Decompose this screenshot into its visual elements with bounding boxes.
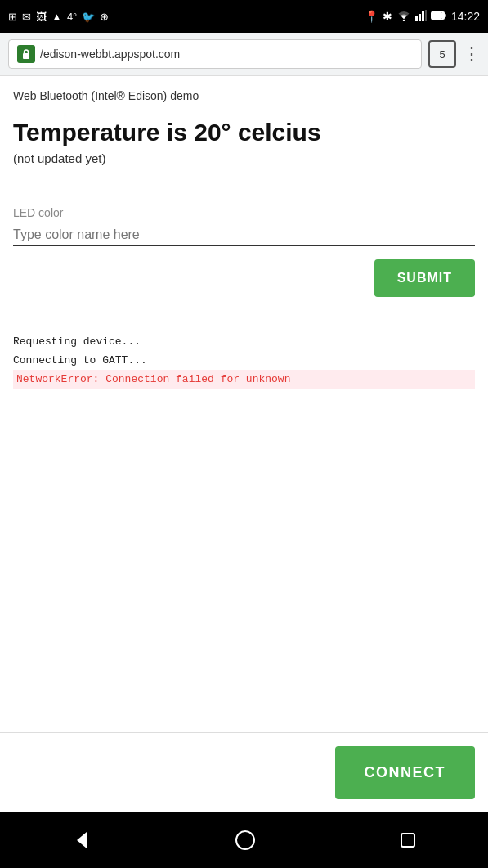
icon-mail: ✉ — [22, 11, 31, 23]
log-area: Requesting device... Connecting to GATT.… — [13, 322, 475, 398]
url-text: /edison-webbt.appspot.com — [40, 47, 180, 61]
svg-rect-12 — [401, 834, 414, 847]
time-display: 14:22 — [451, 10, 480, 23]
url-box[interactable]: /edison-webbt.appspot.com — [8, 39, 422, 69]
svg-rect-7 — [432, 12, 442, 19]
bottom-section: CONNECT — [0, 732, 488, 812]
icon-battery — [431, 10, 447, 23]
tab-count[interactable]: 5 — [428, 40, 456, 68]
lock-icon — [17, 45, 35, 63]
page-subtitle: Web Bluetooth (Intel® Edison) demo — [13, 89, 475, 102]
icon-signal — [415, 10, 427, 24]
address-bar: /edison-webbt.appspot.com 5 ⋮ — [0, 33, 488, 76]
icon-image: 🖼 — [36, 11, 47, 23]
svg-rect-3 — [422, 11, 424, 21]
nav-back-button[interactable] — [70, 829, 93, 852]
led-label: LED color — [13, 206, 475, 219]
svg-rect-8 — [445, 14, 446, 17]
svg-rect-9 — [23, 53, 29, 59]
svg-point-11 — [236, 831, 254, 849]
connect-button[interactable]: CONNECT — [335, 746, 476, 799]
temperature-display: 4° — [67, 11, 77, 23]
color-input[interactable] — [13, 224, 475, 246]
icon-chrome: ⊕ — [100, 11, 109, 23]
temperature-heading: Temperature is 20° celcius — [13, 119, 475, 146]
main-content: Web Bluetooth (Intel® Edison) demo Tempe… — [0, 76, 488, 732]
svg-rect-2 — [419, 14, 421, 21]
icon-mountain: ▲ — [51, 11, 62, 23]
svg-rect-1 — [415, 16, 418, 21]
icon-location: 📍 — [365, 10, 378, 23]
submit-row: SUBMIT — [13, 259, 475, 297]
icon-bluetooth: ✱ — [383, 10, 392, 23]
icon-wifi — [396, 10, 411, 24]
svg-point-0 — [403, 19, 405, 20]
icon-twitter: 🐦 — [82, 11, 95, 23]
log-line-2: Connecting to GATT... — [13, 351, 475, 370]
status-bar: ⊞ ✉ 🖼 ▲ 4° 🐦 ⊕ 📍 ✱ — [0, 0, 488, 33]
not-updated-text: (not updated yet) — [13, 151, 475, 165]
submit-button[interactable]: SUBMIT — [374, 259, 475, 297]
nav-recent-button[interactable] — [398, 830, 418, 850]
svg-marker-10 — [77, 832, 87, 848]
status-bar-left: ⊞ ✉ 🖼 ▲ 4° 🐦 ⊕ — [8, 11, 109, 23]
nav-bar — [0, 812, 488, 868]
nav-home-button[interactable] — [234, 829, 257, 852]
status-bar-right: 📍 ✱ 14:22 — [365, 10, 480, 24]
log-line-3-error: NetworkError: Connection failed for unkn… — [13, 370, 475, 389]
svg-rect-4 — [425, 10, 427, 21]
menu-dots-button[interactable]: ⋮ — [463, 43, 480, 65]
log-line-1: Requesting device... — [13, 332, 475, 351]
icon-grid: ⊞ — [8, 11, 17, 23]
